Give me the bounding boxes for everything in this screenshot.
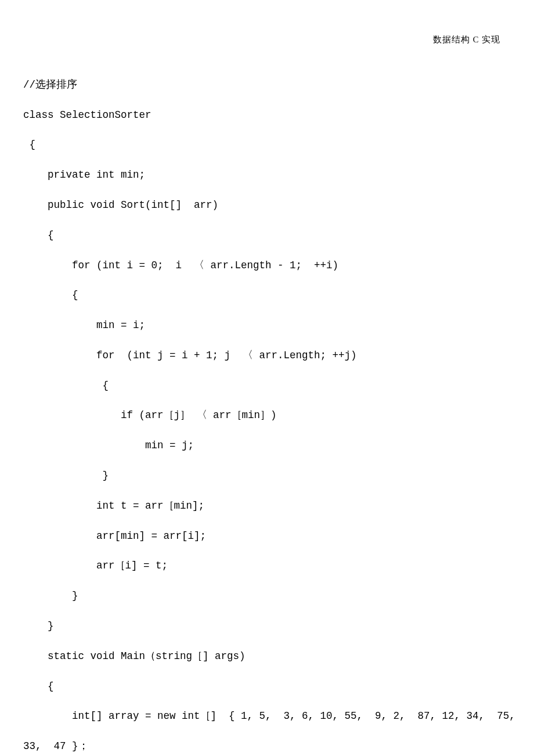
code-line: min = i; [23,318,511,333]
code-line: for (int i = 0; i 〈 arr.Length - 1; ++i) [23,258,511,273]
code-line: //选择排序 [23,78,511,93]
code-line: static void Main（string［] args) [23,649,511,664]
code-line: for (int j = i + 1; j 〈 arr.Length; ++j) [23,348,511,363]
code-line: } [23,619,511,634]
code-line: arr[min] = arr[i]; [23,529,511,544]
code-line: if (arr［j］ 〈 arr［min］) [23,408,511,423]
code-line: } [23,469,511,484]
code-line: int[] array = new int［] { 1, 5, 3, 6, 10… [23,709,511,724]
code-line: class SelectionSorter [23,108,511,123]
code-line: arr［i] = t; [23,559,511,574]
page-header: 数据结构 C 实现 [433,34,500,46]
code-line: { [23,228,511,243]
code-line: { [23,138,511,153]
code-line: private int min; [23,168,511,183]
code-line: public void Sort(int[] arr) [23,198,511,213]
code-line: } [23,589,511,604]
code-line: min = j; [23,438,511,453]
code-line: { [23,288,511,303]
code-line: { [23,379,511,394]
code-block: //选择排序 class SelectionSorter { private i… [23,63,511,756]
code-line: { [23,679,511,694]
code-line: int t = arr［min]; [23,499,511,514]
code-line: 33, 47 }； [23,739,511,754]
